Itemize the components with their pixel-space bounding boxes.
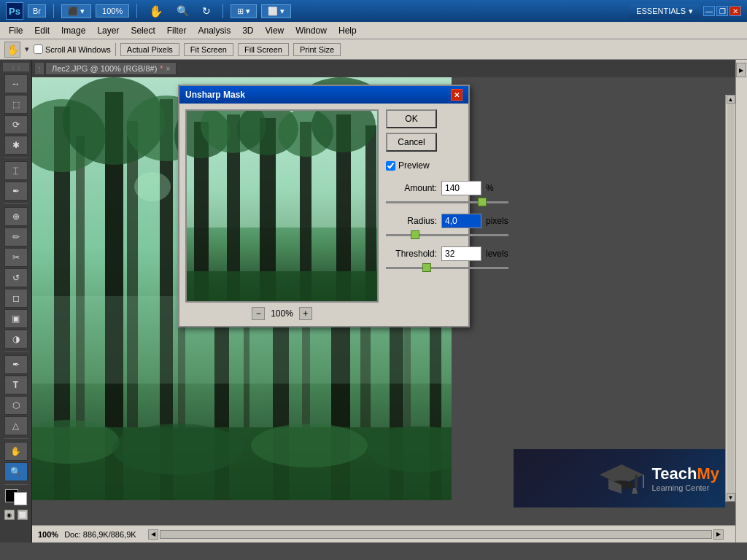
dialog-title-bar[interactable]: Unsharp Mask ✕ [179, 86, 468, 104]
menu-layer[interactable]: Layer [91, 24, 125, 37]
tool-magic-wand[interactable]: ✱ [4, 136, 28, 155]
menu-3d[interactable]: 3D [236, 24, 259, 37]
menu-file[interactable]: File [3, 24, 28, 37]
panels-toggle[interactable]: ▶ [736, 63, 746, 77]
preview-checkbox-input[interactable] [386, 161, 395, 171]
toolbox-handle: ⋮⋮ [3, 63, 29, 71]
tool-marquee[interactable]: ⬚ [4, 95, 28, 114]
dialog-preview-area: − 100% + [185, 109, 379, 320]
tool-dodge[interactable]: ◑ [4, 330, 28, 349]
filmstrip-btn[interactable]: ⬛ ▾ [61, 4, 91, 18]
svg-rect-46 [187, 271, 379, 303]
divider2 [136, 4, 137, 18]
grid-btn[interactable]: ⊞ ▾ [231, 4, 257, 18]
tool-divider5 [4, 484, 28, 485]
tool-hand[interactable]: ✋ [4, 442, 28, 461]
tool-eraser[interactable]: ◻ [4, 289, 28, 308]
menu-select[interactable]: Select [125, 24, 160, 37]
tool-divider3 [4, 351, 28, 352]
display-btn[interactable]: ⬜ ▾ [261, 4, 291, 18]
canvas-area: ⋮ Лес2.JPG @ 100% (RGB/8#) * × [32, 60, 735, 542]
title-bar-left: Ps Br ⬛ ▾ 100% ✋ 🔍 ↻ ⊞ ▾ ⬜ ▾ [6, 2, 291, 20]
tool-crop[interactable]: ⌶ [4, 161, 28, 180]
tool-move[interactable]: ↔ [4, 74, 28, 93]
menu-view[interactable]: View [259, 24, 290, 37]
amount-row: Amount: % [386, 181, 508, 195]
tool-brush[interactable]: ✏ [4, 228, 28, 246]
sep1 [115, 43, 116, 56]
threshold-slider-thumb[interactable] [422, 263, 431, 272]
title-bar: Ps Br ⬛ ▾ 100% ✋ 🔍 ↻ ⊞ ▾ ⬜ ▾ ESSENTIALS … [0, 0, 747, 22]
arrow-divider: ▾ [25, 44, 29, 54]
dialog-close-button[interactable]: ✕ [451, 89, 462, 101]
tool-eyedropper[interactable]: ✒ [4, 182, 28, 201]
tool-heal[interactable]: ⊕ [4, 207, 28, 226]
scroll-up-btn[interactable]: ▲ [727, 95, 735, 104]
tool-shape[interactable]: △ [4, 416, 28, 435]
tool-lasso[interactable]: ⟳ [4, 115, 28, 134]
cancel-button[interactable]: Cancel [386, 133, 437, 152]
scroll-right-btn[interactable]: ▶ [713, 529, 724, 540]
tool-history-brush[interactable]: ↺ [4, 268, 28, 287]
scroll-down-btn[interactable]: ▼ [727, 493, 735, 502]
menu-help[interactable]: Help [333, 24, 363, 37]
main-area: ⋮⋮ ↔ ⬚ ⟳ ✱ ⌶ ✒ ⊕ ✏ ✂ ↺ ◻ ▣ ◑ ✒ T ⬡ △ ✋ 🔍… [0, 60, 747, 542]
zoom-display[interactable]: 100% [96, 4, 129, 18]
print-size-button[interactable]: Print Size [293, 43, 341, 56]
quick-mask-btn[interactable]: ◉ [4, 510, 15, 520]
vertical-scrollbar[interactable]: ▲ ▼ [725, 95, 735, 502]
preview-zoom-out-button[interactable]: − [252, 307, 265, 320]
teachmy-area: TeachMy Learning Center [514, 449, 725, 508]
screen-mode-btn[interactable]: ⬜ [18, 510, 28, 520]
preview-checkbox-label[interactable]: Preview [386, 160, 508, 171]
tool-clone[interactable]: ✂ [4, 248, 28, 267]
h-scroll-track[interactable] [160, 530, 712, 539]
restore-button[interactable]: ❐ [716, 6, 728, 16]
menu-analysis[interactable]: Analysis [192, 24, 236, 37]
preview-zoom-in-button[interactable]: + [299, 307, 312, 320]
amount-slider-row [386, 201, 508, 203]
color-swatches [5, 489, 27, 505]
scroll-left-btn[interactable]: ◀ [148, 529, 158, 540]
actual-pixels-button[interactable]: Actual Pixels [120, 43, 179, 56]
fill-screen-button[interactable]: Fill Screen [238, 43, 289, 56]
br-button[interactable]: Br [28, 4, 46, 18]
amount-slider-track [386, 201, 508, 203]
scroll-all-windows-label[interactable]: Scroll All Windows [34, 44, 111, 54]
tool-path[interactable]: ⬡ [4, 396, 28, 415]
svg-point-30 [251, 424, 368, 467]
scroll-all-windows-checkbox[interactable] [34, 44, 43, 54]
zoom-tool[interactable]: 🔍 [172, 5, 193, 17]
tab-scroll-left[interactable]: ⋮ [35, 63, 44, 74]
ok-button[interactable]: OK [386, 109, 437, 128]
teachmy-text: TeachMy Learning Center [651, 464, 719, 492]
svg-marker-50 [632, 488, 638, 494]
radius-input[interactable] [441, 214, 481, 228]
tool-text[interactable]: T [4, 376, 28, 394]
radius-slider-thumb[interactable] [411, 230, 419, 239]
menu-image[interactable]: Image [55, 24, 91, 37]
menu-window[interactable]: Window [290, 24, 333, 37]
preview-image[interactable] [185, 109, 379, 303]
svg-rect-49 [635, 475, 638, 488]
fit-screen-button[interactable]: Fit Screen [184, 43, 233, 56]
menu-filter[interactable]: Filter [161, 24, 193, 37]
threshold-input[interactable] [441, 246, 481, 261]
amount-input[interactable] [441, 181, 481, 195]
canvas-tab[interactable]: Лес2.JPG @ 100% (RGB/8#) * × [45, 62, 177, 75]
hand-tool[interactable]: ✋ [144, 4, 168, 18]
essentials-button[interactable]: ESSENTIALS ▾ [629, 4, 700, 18]
radius-slider-track [386, 234, 508, 236]
tool-zoom[interactable]: 🔍 [4, 462, 28, 481]
svg-point-29 [112, 424, 244, 475]
svg-point-24 [134, 172, 171, 201]
menu-edit[interactable]: Edit [28, 24, 55, 37]
tool-gradient[interactable]: ▣ [4, 309, 28, 328]
minimize-button[interactable]: — [703, 6, 715, 16]
horizontal-scrollbar[interactable]: ◀ ▶ [148, 529, 724, 540]
background-color[interactable] [14, 492, 27, 505]
amount-slider-thumb[interactable] [478, 198, 487, 206]
tool-pen[interactable]: ✒ [4, 355, 28, 374]
rotate-tool[interactable]: ↻ [198, 5, 215, 17]
close-button[interactable]: ✕ [729, 6, 741, 16]
